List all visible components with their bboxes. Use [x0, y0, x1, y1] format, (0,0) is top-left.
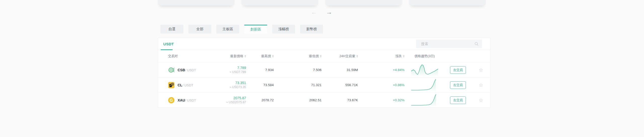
action-cell: 去交易	[445, 66, 471, 74]
col-header-pair-label: 交易对	[168, 54, 178, 58]
tab-gainers[interactable]: 漲幅榜	[272, 25, 295, 33]
last-price: 7.789	[213, 66, 246, 70]
usd-approx: ≈ USD73.35	[213, 85, 246, 89]
volume-24h: 556.71K	[321, 83, 358, 87]
table-row[interactable]: CSB/ USDT 7.789 ≈ USD7.789 7.934 7.506 3…	[158, 62, 490, 77]
search-box	[416, 40, 482, 48]
table-header-row: 交易对 最新價格 最高價 最低價 24H交易量 漲跌	[158, 50, 490, 62]
action-cell: 去交易	[445, 81, 471, 89]
high-price: 73.584	[246, 83, 274, 87]
promo-card[interactable]	[242, 0, 318, 6]
last-price-cell: 2075.87 ≈ USD2075.87	[213, 96, 246, 104]
quote-tab-usdt[interactable]: USDT	[163, 38, 174, 50]
table-row[interactable]: G XAU/ USDT 2075.87 ≈ USD2075.87 2078.72…	[158, 92, 490, 108]
pair-base: CSB	[178, 68, 185, 72]
change-percent: +0.32%	[358, 98, 405, 102]
last-price-cell: 7.789 ≈ USD7.789	[213, 66, 246, 74]
go-trade-button[interactable]: 去交易	[450, 81, 466, 89]
market-panel: USDT 交易对 最新價格 最高價	[158, 38, 491, 108]
tab-all[interactable]: 全部	[188, 25, 211, 33]
promo-card[interactable]	[409, 0, 486, 6]
star-cell: ☆	[471, 83, 491, 88]
change-percent: +4.84%	[358, 68, 405, 72]
pair-cell: G XAU/ USDT	[158, 97, 213, 104]
panel-header: USDT	[158, 38, 490, 50]
col-header-volume-label: 24H交易量	[339, 54, 355, 58]
tab-new-coins[interactable]: 新幣榜	[300, 25, 323, 33]
low-price: 71.321	[274, 83, 321, 87]
low-price: 2062.51	[274, 98, 321, 102]
pair-quote: / USDT	[183, 83, 193, 87]
trend-cell	[405, 63, 445, 77]
col-header-low[interactable]: 最低價	[274, 54, 321, 58]
low-price: 7.506	[274, 68, 321, 72]
usd-approx: ≈ USD7.789	[213, 70, 246, 74]
market-page: ← → 自選 全部 主板區 創新區 漲幅榜 新幣榜 USDT	[0, 0, 644, 137]
tab-main-board[interactable]: 主板區	[216, 25, 239, 33]
star-cell: ☆	[471, 98, 491, 103]
col-header-last-price-label: 最新價格	[230, 54, 243, 58]
col-header-change-label: 漲跌	[395, 54, 402, 58]
search-icon[interactable]	[474, 42, 482, 46]
last-price: 73.351	[213, 81, 246, 85]
col-header-last-price[interactable]: 最新價格	[213, 54, 246, 58]
col-header-trend: 價格趨勢(3日)	[405, 54, 445, 58]
csb-coin-icon	[168, 67, 175, 73]
promo-card-row	[158, 0, 486, 6]
high-price: 7.934	[246, 68, 274, 72]
pair-quote: / USDT	[185, 68, 196, 72]
price-trend-sparkline	[411, 79, 438, 92]
trend-cell	[405, 94, 445, 107]
promo-card[interactable]	[325, 0, 402, 6]
volume-24h: 73.67K	[321, 98, 358, 102]
search-input[interactable]	[416, 40, 474, 48]
pair-cell: $ CL/ USDT	[158, 82, 213, 88]
volume-24h: 31.59M	[321, 68, 358, 72]
carousel-next-arrow-icon[interactable]: →	[326, 9, 332, 16]
change-percent: +0.86%	[358, 83, 405, 87]
col-header-high-label: 最高價	[261, 54, 271, 58]
carousel-prev-arrow-icon[interactable]: ←	[311, 9, 317, 16]
action-cell: 去交易	[445, 96, 471, 104]
svg-text:G: G	[170, 98, 173, 102]
favorite-star-icon[interactable]: ☆	[479, 98, 483, 103]
carousel-nav: ← →	[311, 9, 332, 16]
price-trend-sparkline	[411, 94, 438, 107]
col-header-change[interactable]: 漲跌	[358, 54, 405, 58]
go-trade-button[interactable]: 去交易	[450, 96, 466, 104]
go-trade-button[interactable]: 去交易	[450, 66, 466, 74]
price-trend-sparkline	[411, 63, 438, 77]
usd-approx: ≈ USD2075.87	[213, 100, 246, 104]
pair-quote: / USDT	[185, 98, 196, 102]
tab-innovation-board[interactable]: 創新區	[244, 25, 267, 33]
cl-coin-icon: $	[168, 82, 175, 88]
favorite-star-icon[interactable]: ☆	[479, 67, 483, 73]
favorite-star-icon[interactable]: ☆	[479, 83, 483, 88]
last-price: 2075.87	[213, 96, 246, 100]
pair-base: XAU	[178, 98, 185, 102]
col-header-volume[interactable]: 24H交易量	[321, 54, 358, 58]
market-category-tabs: 自選 全部 主板區 創新區 漲幅榜 新幣榜	[160, 25, 323, 33]
col-header-low-label: 最低價	[309, 54, 319, 58]
col-header-pair: 交易对	[158, 54, 213, 58]
col-header-trend-label: 價格趨勢(3日)	[415, 54, 435, 58]
table-row[interactable]: $ CL/ USDT 73.351 ≈ USD73.35 73.584 71.3…	[158, 77, 490, 92]
trend-cell	[405, 79, 445, 92]
active-quote-underline	[161, 49, 173, 50]
pair-cell: CSB/ USDT	[158, 67, 213, 73]
col-header-high[interactable]: 最高價	[246, 54, 274, 58]
tab-favorites[interactable]: 自選	[160, 25, 183, 33]
promo-card[interactable]	[158, 0, 234, 6]
last-price-cell: 73.351 ≈ USD73.35	[213, 81, 246, 89]
pair-base: CL	[178, 83, 182, 87]
svg-text:$: $	[172, 83, 173, 85]
high-price: 2078.72	[246, 98, 274, 102]
star-cell: ☆	[471, 67, 491, 73]
xau-coin-icon: G	[168, 97, 175, 104]
